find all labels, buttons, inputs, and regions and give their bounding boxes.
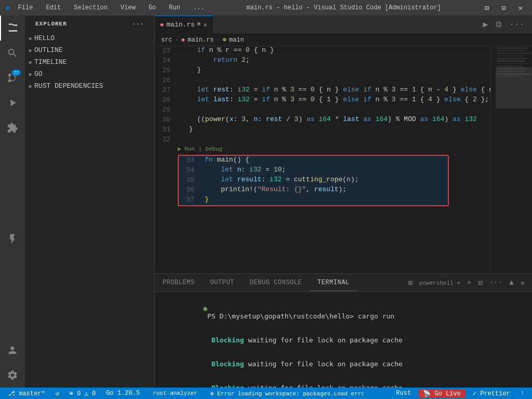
line-content[interactable]: } [202,195,448,205]
language-item[interactable]: Rust [393,390,414,397]
line-content[interactable]: let n: i32 = 10; [202,166,448,176]
tab-debug-console[interactable]: DEBUG CONSOLE [242,275,310,290]
panel-maximize-button[interactable]: ▲ [507,277,515,288]
line-number: 33 [179,156,202,166]
sidebar-section-hello[interactable]: ▶ HELLO [25,32,154,44]
breadcrumb-src[interactable]: src [161,36,172,44]
line-content[interactable]: if n % r == 0 { n } [178,46,490,56]
terminal-content[interactable]: ● PS D:\mysetup\gopath\rustcode\hello> c… [155,292,532,388]
close-button[interactable]: ✕ [514,3,527,14]
terminal-more-button[interactable]: ··· [487,277,504,288]
tab-terminal[interactable]: TERMINAL [310,275,357,291]
code-editor[interactable]: 23 if n % r == 0 { n } 24 return 2; 25 }… [155,46,490,273]
line-number: 24 [155,56,178,66]
ps-indicator: ● [203,304,207,312]
git-branch-item[interactable]: ⎇ master* [5,390,48,397]
tab-close-button[interactable]: ✕ [203,20,207,29]
terminal-kill-button[interactable]: ⊟ [476,277,485,288]
rust-analyzer-item[interactable]: rust-analyzer [150,390,200,396]
line-content[interactable]: ((power(x: 3, n: rest / 3) as i64 * last… [178,115,490,125]
line-content[interactable] [178,105,490,115]
sidebar-more-button[interactable]: ··· [132,21,144,27]
sidebar-section-go[interactable]: ▶ GO [25,68,154,80]
rust-deps-chevron-icon: ▶ [29,83,32,89]
line-number: 32 [155,135,178,145]
minimize-button[interactable]: ⊟ [481,3,493,14]
line-number: 27 [155,86,178,96]
run-debug-line: ▶ Run | Debug [178,145,490,155]
table-row: 25 } [155,66,490,76]
tab-problems[interactable]: PROBLEMS [155,275,203,290]
go-live-item[interactable]: 📡 Go Live [419,390,465,397]
table-row: 35 let result: i32 = cutting_rope(n); [179,176,448,185]
menu-edit[interactable]: Edit [43,3,63,12]
breadcrumb-symbol-icon: ⊕ [223,36,227,44]
menu-more[interactable]: ... [191,3,207,12]
line-number: 23 [155,46,178,56]
breadcrumb-symbol[interactable]: main [229,36,244,44]
hello-chevron-icon: ▶ [29,35,32,42]
breadcrumb-file[interactable]: main.rs [188,36,214,44]
extensions-button[interactable] [0,115,25,140]
breadcrumb: src › ◆ main.rs › ⊕ main [155,34,532,46]
menu-bar[interactable]: File Edit Selection View Go Run ... [16,3,207,12]
explorer-button[interactable] [0,16,25,41]
line-content[interactable]: println!("Result: {}", result); [202,185,448,195]
line-content[interactable]: } [178,125,490,135]
test-button[interactable] [0,227,25,251]
run-debug-button[interactable] [0,90,25,115]
terminal-split-button[interactable]: powershell ▾ [417,278,462,287]
errors-item[interactable]: ⊗ 0 △ 0 [67,390,98,397]
line-content[interactable] [178,76,490,86]
menu-run[interactable]: Run [166,3,183,12]
sidebar-section-rust-deps[interactable]: ▶ RUST DEPENDENCIES [25,80,154,92]
settings-button[interactable] [0,363,25,388]
more-actions-button[interactable]: ··· [507,19,527,30]
table-row: 32 [155,135,490,145]
line-content[interactable]: fn main() { [202,156,448,166]
table-row: 27 let rest: i32 = if n % 3 == 0 { n } e… [155,86,490,96]
table-row: 31 } [155,125,490,135]
maximize-button[interactable]: ⊡ [497,3,510,14]
status-right: Rust 📡 Go Live ✓ Prettier ↑ [393,390,527,397]
panel-close-button[interactable]: ✕ [518,277,527,288]
list-item: Blocking waiting for file lock on packag… [163,328,524,352]
line-content[interactable]: } [178,66,490,76]
go-version-item[interactable]: Go 1.20.5 [103,390,142,397]
sidebar-section-timeline[interactable]: ▶ TIMELINE [25,56,154,68]
sync-item[interactable]: ↺ [53,390,62,397]
code-container: 23 if n % r == 0 { n } 24 return 2; 25 }… [155,46,532,273]
search-button[interactable] [0,41,25,65]
source-control-button[interactable]: 77 [0,65,25,90]
list-item: ● PS D:\mysetup\gopath\rustcode\hello> c… [163,297,524,328]
line-content[interactable]: let rest: i32 = if n % 3 == 0 { n } else… [178,86,490,96]
account-button[interactable] [0,338,25,363]
table-row: 30 ((power(x: 3, n: rest / 3) as i64 * l… [155,115,490,125]
run-button[interactable]: ▶ [481,18,491,31]
line-content[interactable]: return 2; [178,56,490,66]
terminal-prompt-text: PS D:\mysetup\gopath\rustcode\hello> car… [203,312,394,320]
menu-go[interactable]: Go [146,3,158,12]
prettier-item[interactable]: ✓ Prettier [470,390,513,397]
menu-selection[interactable]: Selection [71,3,110,12]
menu-file[interactable]: File [16,3,36,12]
sidebar-section-outline[interactable]: ▶ OUTLINE [25,44,154,56]
upload-item[interactable]: ↑ [518,390,527,397]
sidebar: EXPLORER ··· ▶ HELLO ▶ OUTLINE ▶ TIMELIN… [25,16,155,388]
menu-view[interactable]: View [118,3,138,12]
window-controls[interactable]: ⊟ ⊡ ✕ [481,3,527,14]
split-editor-button[interactable]: ⧉ [493,19,504,31]
outline-label: OUTLINE [34,46,63,54]
error-item[interactable]: ⊗ Error loading workspace: packages.Load… [208,390,364,397]
line-content[interactable] [178,135,490,145]
terminal-text: waiting for file lock on package cache [244,336,403,344]
tab-output[interactable]: OUTPUT [203,275,242,290]
line-number: 29 [155,105,178,115]
run-debug-label[interactable]: ▶ Run | Debug [178,145,222,155]
line-content[interactable]: let last: i32 = if n % 3 == 0 { 1 } else… [178,96,490,105]
terminal-add-button[interactable]: + [465,277,473,288]
new-terminal-button[interactable]: ⊞ [406,277,414,288]
line-content[interactable]: let result: i32 = cutting_rope(n); [202,176,448,185]
tab-main-rs[interactable]: ◆ main.rs M ✕ [155,16,213,34]
sidebar-header: EXPLORER ··· [25,16,154,32]
